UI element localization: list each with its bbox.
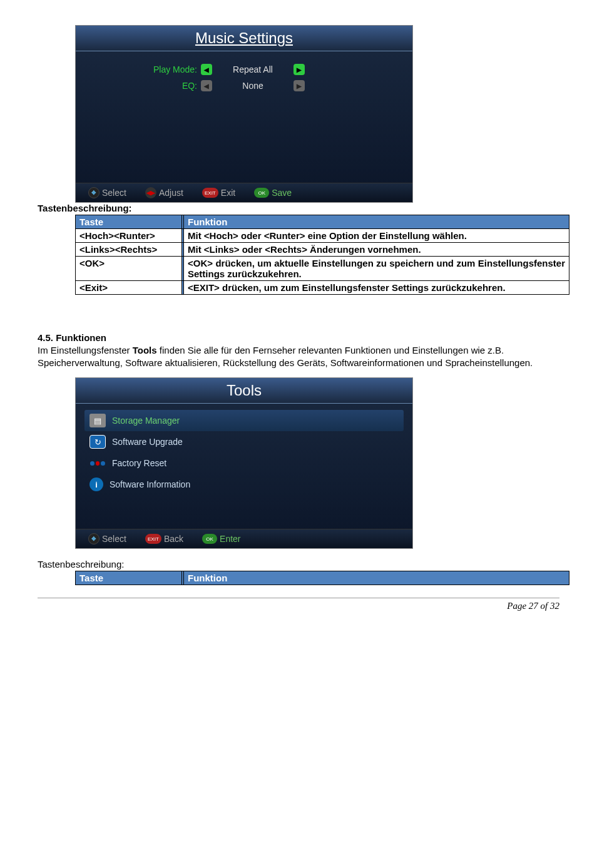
upgrade-icon: ↻	[89, 435, 106, 449]
tastenbeschreibung-heading-1: Tastenbeschreibung:	[38, 203, 559, 213]
dpad-icon: ✥	[88, 187, 100, 198]
page-footer: Page 27 of 32	[38, 598, 559, 611]
th-funktion: Funktion	[184, 215, 569, 229]
hint-enter: OKEnter	[202, 534, 240, 544]
storage-icon: ▤	[89, 414, 106, 427]
key-table-2: Taste Funktion	[75, 571, 569, 585]
arrow-right-icon[interactable]: ▶	[293, 64, 305, 75]
eq-row[interactable]: EQ: ◀ None ▶	[94, 80, 394, 91]
hint-select: ✥Select	[88, 187, 126, 198]
reset-icon	[89, 456, 106, 470]
list-item-label: Factory Reset	[112, 458, 166, 468]
th-taste: Taste	[76, 215, 182, 229]
play-mode-row[interactable]: Play Mode: ◀ Repeat All ▶	[94, 64, 394, 75]
hint-adjust: ◀▶Adjust	[145, 187, 183, 198]
hint-select: ✥Select	[88, 533, 126, 544]
tools-footer: ✥Select EXITBack OKEnter	[76, 529, 412, 548]
arrow-left-icon[interactable]: ◀	[201, 64, 212, 75]
arrow-left-icon[interactable]: ◀	[201, 80, 212, 91]
table-row: <Exit> <EXIT> drücken, um zum Einstellun…	[76, 281, 569, 295]
music-settings-body: Play Mode: ◀ Repeat All ▶ EQ: ◀ None ▶	[76, 51, 412, 183]
list-item-label: Software Information	[110, 479, 190, 489]
table-row: <Hoch><Runter> Mit <Hoch> oder <Runter> …	[76, 229, 569, 243]
eq-value: None	[212, 81, 293, 91]
play-mode-value: Repeat All	[212, 64, 293, 74]
tool-storage-manager[interactable]: ▤ Storage Manager	[84, 410, 404, 431]
dpad-icon: ✥	[88, 533, 100, 544]
arrow-right-icon[interactable]: ▶	[293, 80, 305, 91]
exit-icon: EXIT	[145, 534, 161, 544]
tools-body: ▤ Storage Manager ↻ Software Upgrade Fac…	[76, 404, 412, 529]
tool-factory-reset[interactable]: Factory Reset	[84, 452, 404, 474]
section-4-5-heading: 4.5. Funktionen	[38, 332, 559, 343]
hint-save: OKSave	[254, 188, 292, 198]
music-settings-footer: ✥Select ◀▶Adjust EXITExit OKSave	[76, 183, 412, 202]
music-settings-screenshot: Music Settings Play Mode: ◀ Repeat All ▶…	[75, 25, 413, 203]
tools-title: Tools	[76, 378, 412, 404]
key-table-1: Taste Funktion <Hoch><Runter> Mit <Hoch>…	[75, 215, 569, 295]
hint-exit: EXITExit	[202, 188, 235, 198]
list-item-label: Storage Manager	[112, 416, 180, 426]
ok-icon: OK	[202, 534, 217, 544]
hint-back: EXITBack	[145, 534, 183, 544]
tastenbeschreibung-heading-2: Tastenbeschreibung:	[38, 559, 559, 569]
eq-label: EQ:	[94, 81, 201, 91]
music-settings-title: Music Settings	[76, 26, 412, 51]
section-4-5-text: Im Einstellungsfenster Tools finden Sie …	[38, 344, 559, 369]
table-row: <Links><Rechts> Mit <Links> oder <Rechts…	[76, 243, 569, 257]
play-mode-label: Play Mode:	[94, 64, 201, 74]
list-item-label: Software Upgrade	[112, 437, 183, 447]
th-funktion: Funktion	[184, 571, 569, 585]
info-icon: i	[89, 477, 103, 491]
tools-screenshot: Tools ▤ Storage Manager ↻ Software Upgra…	[75, 377, 413, 549]
table-row: <OK> <OK> drücken, um aktuelle Einstellu…	[76, 257, 569, 281]
tool-software-upgrade[interactable]: ↻ Software Upgrade	[84, 431, 404, 452]
tool-software-information[interactable]: i Software Information	[84, 474, 404, 495]
ok-icon: OK	[254, 188, 269, 198]
leftright-icon: ◀▶	[145, 187, 156, 198]
exit-icon: EXIT	[202, 188, 218, 198]
th-taste: Taste	[76, 571, 182, 585]
